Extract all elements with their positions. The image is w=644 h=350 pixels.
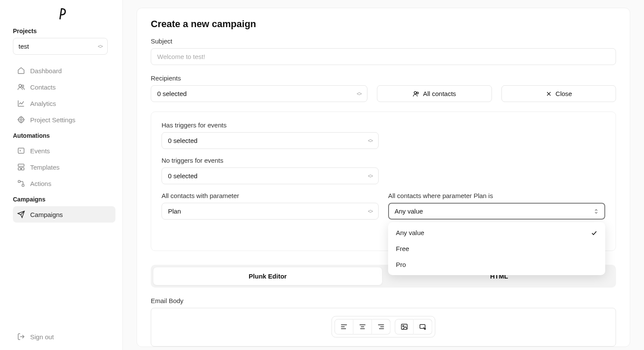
chevron-left-right-icon: <> <box>368 208 372 214</box>
dropdown-option-free[interactable]: Free <box>388 241 605 257</box>
param-value: Plan <box>168 208 181 215</box>
dropdown-option-pro[interactable]: Pro <box>388 257 605 273</box>
chart-icon <box>17 99 25 107</box>
recipients-count: 0 selected <box>157 90 187 97</box>
svg-rect-20 <box>401 324 408 329</box>
chevron-left-right-icon: <> <box>357 91 361 97</box>
svg-rect-3 <box>18 148 24 153</box>
signout-label: Sign out <box>30 333 54 341</box>
svg-rect-8 <box>22 184 24 186</box>
home-icon <box>17 67 25 74</box>
app-logo <box>56 8 68 20</box>
nav-label: Analytics <box>30 100 56 107</box>
align-center-icon <box>359 323 367 331</box>
chevron-left-right-icon: <> <box>98 43 102 50</box>
campaign-card: Create a new campaign Subject Recipients… <box>137 8 630 347</box>
param-select[interactable]: Plan <> <box>162 203 379 220</box>
automations-label: Automations <box>13 132 115 139</box>
align-left-icon <box>340 323 348 331</box>
subject-input[interactable] <box>151 48 616 65</box>
project-selected-name: test <box>19 43 29 50</box>
sidebar-item-actions[interactable]: Actions <box>13 175 115 192</box>
chevron-left-right-icon: <> <box>368 138 372 144</box>
sidebar-item-templates[interactable]: Templates <box>13 159 115 175</box>
svg-point-9 <box>414 91 416 93</box>
check-icon <box>591 229 597 236</box>
close-icon <box>545 90 552 97</box>
sidebar-item-analytics[interactable]: Analytics <box>13 95 115 112</box>
all-contacts-label: All contacts <box>423 90 456 97</box>
option-label: Any value <box>396 229 424 236</box>
image-icon <box>401 323 408 331</box>
param-where-value: Any value <box>395 208 423 215</box>
param-label: All contacts with parameter <box>162 192 379 199</box>
param-where-label: All contacts where parameter Plan is <box>388 192 605 199</box>
nav-label: Templates <box>30 164 59 171</box>
svg-rect-6 <box>22 168 24 170</box>
nav-label: Dashboard <box>30 67 62 74</box>
project-selector[interactable]: test <> <box>13 38 108 55</box>
svg-point-0 <box>19 84 22 87</box>
option-label: Free <box>396 245 409 252</box>
sidebar-item-events[interactable]: Events <box>13 142 115 159</box>
nav-label: Actions <box>30 180 51 187</box>
close-label: Close <box>556 90 572 97</box>
sidebar-item-project-settings[interactable]: Project Settings <box>13 112 115 128</box>
align-right-button[interactable] <box>372 319 391 335</box>
page-title: Create a new campaign <box>151 19 616 30</box>
param-where-dropdown: Any value Free Pro <box>388 222 605 275</box>
email-body-label: Email Body <box>151 297 616 304</box>
gear-icon <box>17 116 25 124</box>
recipient-filters: Has triggers for events 0 selected <> No… <box>151 112 616 251</box>
subject-label: Subject <box>151 37 616 45</box>
layout-icon <box>17 163 25 171</box>
insert-image-button[interactable] <box>395 319 414 335</box>
insert-button-button[interactable] <box>414 319 432 335</box>
svg-rect-7 <box>18 180 20 183</box>
no-triggers-label: No triggers for events <box>162 157 379 164</box>
no-triggers-select[interactable]: 0 selected <> <box>162 167 379 184</box>
no-triggers-value: 0 selected <box>168 172 197 180</box>
nav-label: Events <box>30 147 50 155</box>
svg-rect-4 <box>18 164 24 166</box>
close-button[interactable]: Close <box>501 85 616 102</box>
dropdown-option-any-value[interactable]: Any value <box>388 225 605 241</box>
main-content: Create a new campaign Subject Recipients… <box>123 0 644 350</box>
has-triggers-value: 0 selected <box>168 137 197 144</box>
svg-point-21 <box>403 325 404 327</box>
recipients-select[interactable]: 0 selected <> <box>151 85 367 102</box>
align-right-icon <box>377 323 385 331</box>
workflow-icon <box>17 180 25 187</box>
align-center-button[interactable] <box>354 319 372 335</box>
send-icon <box>17 211 25 218</box>
sidebar-item-contacts[interactable]: Contacts <box>13 79 115 95</box>
nav-label: Campaigns <box>30 211 63 218</box>
chevron-left-right-icon: <> <box>368 173 372 179</box>
editor-toolbar <box>332 316 436 338</box>
align-left-button[interactable] <box>335 319 354 335</box>
terminal-icon <box>17 147 25 155</box>
recipients-label: Recipients <box>151 74 616 82</box>
button-icon <box>419 323 427 331</box>
svg-point-10 <box>417 92 418 94</box>
nav-label: Contacts <box>30 84 56 91</box>
param-where-select[interactable]: Any value <box>388 203 605 220</box>
campaigns-label: Campaigns <box>13 196 115 203</box>
users-icon <box>413 90 420 97</box>
has-triggers-select[interactable]: 0 selected <> <box>162 132 379 149</box>
email-body-editor[interactable] <box>151 308 616 347</box>
sidebar-item-dashboard[interactable]: Dashboard <box>13 62 115 79</box>
all-contacts-button[interactable]: All contacts <box>377 85 492 102</box>
nav-label: Project Settings <box>30 116 75 124</box>
logout-icon <box>17 333 25 341</box>
sidebar-item-campaigns[interactable]: Campaigns <box>13 206 115 223</box>
svg-point-2 <box>20 119 22 121</box>
svg-rect-5 <box>18 168 21 170</box>
has-triggers-label: Has triggers for events <box>162 121 379 129</box>
chevron-up-down-icon <box>594 208 599 214</box>
svg-point-1 <box>22 85 24 87</box>
tab-plunk-editor[interactable]: Plunk Editor <box>153 267 382 285</box>
projects-label: Projects <box>13 28 115 34</box>
signout-button[interactable]: Sign out <box>13 328 115 345</box>
users-icon <box>17 83 25 91</box>
